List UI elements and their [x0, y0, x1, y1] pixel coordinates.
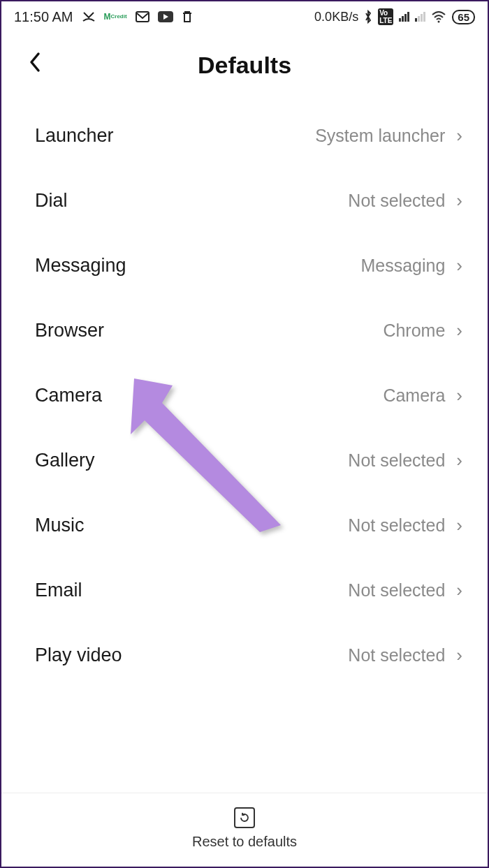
volte-icon: VoLTE [378, 8, 393, 25]
row-value: Messaging [360, 256, 445, 276]
chevron-left-icon [28, 51, 42, 73]
row-label: Launcher [35, 125, 114, 147]
mi-credit-icon: MCredit [104, 13, 127, 21]
svg-point-2 [438, 21, 440, 23]
row-dial[interactable]: Dial Not selected › [1, 168, 488, 233]
row-gallery[interactable]: Gallery Not selected › [1, 428, 488, 493]
reset-icon [234, 807, 255, 828]
row-messaging[interactable]: Messaging Messaging › [1, 233, 488, 298]
gmail-icon [136, 11, 149, 22]
bluetooth-icon [364, 10, 372, 24]
chevron-right-icon: › [456, 450, 462, 471]
reset-to-defaults-button[interactable]: Reset to defaults [1, 793, 488, 867]
back-button[interactable] [22, 47, 48, 82]
row-camera[interactable]: Camera Camera › [1, 363, 488, 428]
row-value: System launcher [315, 126, 445, 146]
defaults-list: Launcher System launcher › Dial Not sele… [1, 103, 488, 688]
row-launcher[interactable]: Launcher System launcher › [1, 103, 488, 168]
signal-icon [399, 12, 409, 22]
row-label: Dial [35, 190, 68, 212]
row-value: Not selected [348, 191, 445, 211]
chevron-right-icon: › [456, 580, 462, 601]
row-browser[interactable]: Browser Chrome › [1, 298, 488, 363]
status-bar: 11:50 AM MCredit 0.0KB/s VoLTE 65 [1, 1, 488, 29]
row-email[interactable]: Email Not selected › [1, 558, 488, 623]
row-label: Play video [35, 645, 122, 666]
row-label: Browser [35, 320, 104, 341]
row-value: Not selected [348, 515, 445, 536]
reset-label: Reset to defaults [192, 834, 297, 850]
chevron-right-icon: › [456, 190, 462, 212]
chevron-right-icon: › [456, 645, 462, 666]
row-label: Camera [35, 385, 102, 406]
svg-rect-0 [136, 12, 149, 22]
row-value: Chrome [383, 321, 445, 341]
wifi-icon [431, 10, 446, 23]
chevron-right-icon: › [456, 255, 462, 277]
page-header: Defaults [1, 29, 488, 103]
battery-indicator: 65 [452, 10, 475, 24]
row-play-video[interactable]: Play video Not selected › [1, 623, 488, 688]
row-label: Email [35, 580, 82, 601]
row-value: Not selected [348, 645, 445, 665]
chevron-right-icon: › [456, 515, 462, 536]
status-time: 11:50 AM [14, 9, 73, 25]
row-label: Gallery [35, 450, 95, 471]
missed-call-icon [82, 11, 96, 22]
row-value: Not selected [348, 450, 445, 471]
signal-secondary-icon [415, 12, 425, 22]
chevron-right-icon: › [456, 385, 462, 406]
page-title: Defaults [198, 52, 291, 79]
trash-icon [182, 10, 193, 23]
youtube-icon [158, 11, 173, 22]
row-music[interactable]: Music Not selected › [1, 493, 488, 558]
row-label: Messaging [35, 255, 126, 277]
data-rate: 0.0KB/s [314, 10, 358, 24]
chevron-right-icon: › [456, 125, 462, 147]
row-value: Camera [383, 385, 445, 406]
row-value: Not selected [348, 580, 445, 601]
row-label: Music [35, 515, 85, 536]
chevron-right-icon: › [456, 320, 462, 341]
